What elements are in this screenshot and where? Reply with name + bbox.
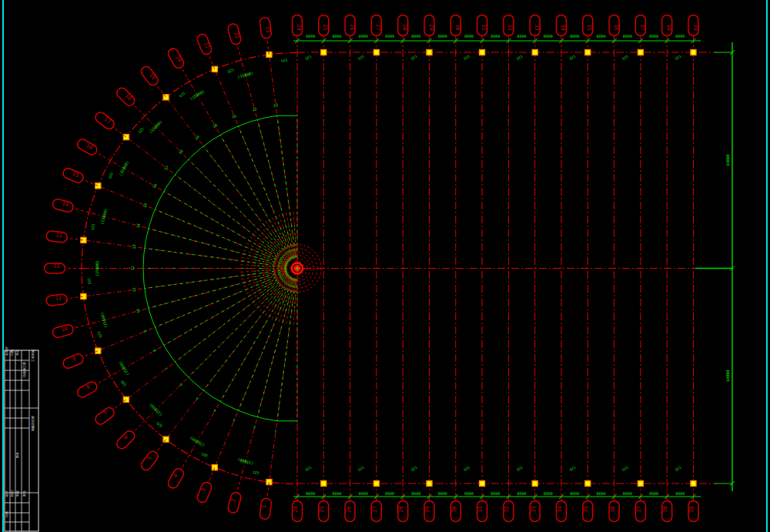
title-block-text: 会签栏 <box>5 346 8 356</box>
bubble-label: 38 <box>665 24 671 30</box>
dim-text: 8000 <box>490 491 500 496</box>
grid-bubble: 5 <box>139 450 160 472</box>
axis-number: 16 <box>152 182 158 189</box>
dim-text: 64000 <box>725 154 730 166</box>
grid-bubble: 29 <box>424 501 434 522</box>
column-label: GZ1 <box>357 465 365 472</box>
bubble-label: 31 <box>477 506 484 512</box>
column-label: GZ1 <box>305 465 313 472</box>
dim-text: 8000 <box>385 491 394 496</box>
grid-bubble: 30 <box>450 501 460 522</box>
bubble-label: 37 <box>639 24 645 30</box>
grid-bubble: 28 <box>398 15 408 36</box>
dim-text: (15000) <box>237 71 254 79</box>
column-label: GZ1 <box>410 54 418 61</box>
dim-text: 8000 <box>570 491 579 496</box>
dim-text: 8000 <box>517 34 527 38</box>
bubble-label: 36 <box>610 506 616 512</box>
title-block-text: 图号 <box>22 490 26 497</box>
grid-bubble: 7 <box>93 406 116 427</box>
bubble-label: 28 <box>398 506 404 512</box>
grid-bubble: 31 <box>477 15 487 36</box>
column-marker <box>373 50 379 55</box>
column-marker <box>691 50 696 55</box>
bubble-label: 35 <box>583 506 589 512</box>
grid-bubble: 11 <box>45 293 67 306</box>
grid-bubble: 27 <box>371 501 381 522</box>
grid-bubble: 37 <box>635 15 645 36</box>
dim-text: 8000 <box>464 491 474 496</box>
bubble-label: 33 <box>531 506 537 512</box>
bubble-label: 13 <box>55 232 62 239</box>
axis-number: 20 <box>212 122 218 129</box>
column-label: GZ1 <box>200 452 208 458</box>
dim-text: (15000) <box>99 312 108 329</box>
bubble-label: 34 <box>557 506 563 512</box>
bubble-label: 31 <box>480 24 487 30</box>
column-marker <box>427 50 432 55</box>
grid-bubble: 32 <box>504 501 514 522</box>
axis-number: 9 <box>142 330 148 333</box>
grid-bubble: 14 <box>52 198 74 213</box>
dim-text: 8000 <box>332 34 341 38</box>
cad-plan-svg: 2425262728293031323334353637383924252627… <box>0 0 770 532</box>
grid-bubble: 30 <box>450 15 460 36</box>
bubble-label: 23 <box>264 26 271 33</box>
vertical-grid <box>82 35 716 502</box>
column-label: GZ1 <box>410 465 418 472</box>
column-label: GZ1 <box>91 223 95 230</box>
grid-bubble: 39 <box>688 501 698 522</box>
column-label: GZ1 <box>179 91 186 98</box>
axis-number: 10 <box>136 308 141 313</box>
dim-text: 8000 <box>517 491 527 496</box>
column-marker <box>585 50 591 55</box>
axis-number: 2 <box>253 425 256 430</box>
grid-bubble: 25 <box>319 501 329 522</box>
dim-text: (15000) <box>189 436 205 448</box>
grid-bubble: 26 <box>345 501 355 522</box>
dim-text: 8000 <box>596 34 605 38</box>
grid-bubble: 12 <box>45 263 65 273</box>
column-marker <box>321 481 326 487</box>
title-block-text: 审核 <box>15 490 19 497</box>
column-label: GZ1 <box>516 465 524 472</box>
dim-text: (15000) <box>118 160 130 176</box>
column-marker <box>480 481 485 487</box>
grid-bubble: 8 <box>75 380 99 400</box>
bubble-label: 39 <box>689 506 695 512</box>
grid-bubble: 17 <box>93 110 116 131</box>
bubble-label: 12 <box>53 264 59 270</box>
dim-text: 8000 <box>544 34 553 38</box>
grid-bubble: 34 <box>557 15 567 36</box>
grid-bubble: 31 <box>477 501 487 522</box>
dim-text: (15000) <box>149 119 163 134</box>
grid-bubble: 34 <box>557 501 567 522</box>
dim-text: 8000 <box>570 34 579 38</box>
column-marker <box>638 50 643 55</box>
frame-edges <box>3 0 767 532</box>
dim-text: 8000 <box>306 491 315 496</box>
dim-text: 8000 <box>490 34 500 38</box>
grid-bubble: 2 <box>227 491 243 514</box>
bubble-label: 30 <box>454 24 460 30</box>
dim-text: (15000) <box>118 360 130 376</box>
column-label: GZ1 <box>156 421 163 428</box>
bubble-label: 29 <box>428 24 434 30</box>
bubble-label: 34 <box>560 24 566 30</box>
dim-text: 64000 <box>725 370 730 381</box>
column-label: GZ1 <box>138 126 145 134</box>
grid-bubble: 36 <box>609 501 619 522</box>
axis-number: 13 <box>131 244 136 249</box>
column-label: GZ1 <box>569 465 577 472</box>
bubble-label: 38 <box>662 506 668 512</box>
axis-number: 1 <box>274 429 277 433</box>
dim-text: 8000 <box>623 34 632 38</box>
grid-bubble: 37 <box>635 501 645 522</box>
cad-drawing-viewport[interactable]: 2425262728293031323334353637383924252627… <box>0 0 770 532</box>
column-label: GZ1 <box>464 465 471 472</box>
axis-number: 8 <box>152 349 157 353</box>
bubble-label: 35 <box>586 24 592 30</box>
dim-text: 8000 <box>675 491 685 496</box>
column-label: GZ1 <box>516 54 524 61</box>
column-label: GZ1 <box>357 54 365 61</box>
